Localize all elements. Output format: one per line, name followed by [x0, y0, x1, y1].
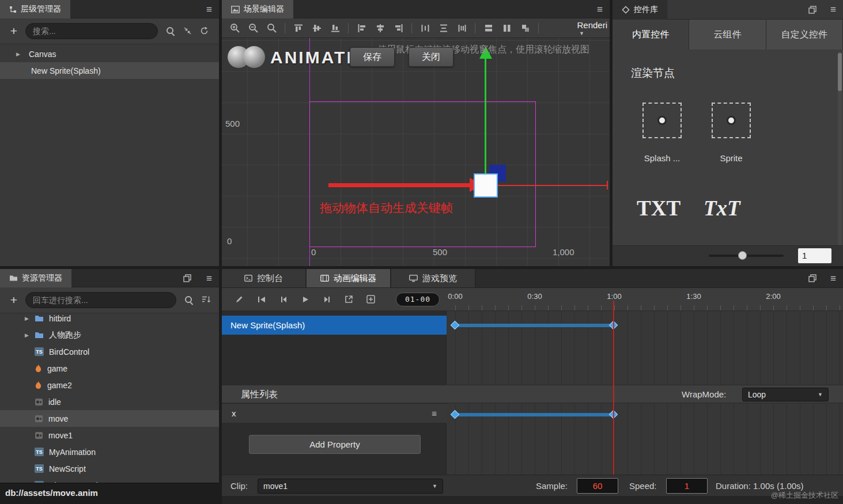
- dock-icon[interactable]: [183, 274, 191, 282]
- splash-widget-item[interactable]: [642, 103, 682, 138]
- match-width-icon[interactable]: [481, 21, 496, 35]
- zoom-in-icon[interactable]: [228, 21, 242, 35]
- sprite-node[interactable]: [474, 173, 498, 198]
- asset-item-label: BirdControl: [49, 347, 89, 357]
- match-height-icon[interactable]: [500, 21, 514, 35]
- play-icon[interactable]: [298, 293, 312, 306]
- clip-dropdown[interactable]: move1 ▼: [258, 479, 443, 494]
- asset-item-newscript[interactable]: TS NewScript: [0, 460, 219, 477]
- asset-item-move[interactable]: move: [0, 410, 219, 427]
- track-row-selected[interactable]: New Sprite(Splash): [222, 316, 447, 335]
- assets-tab[interactable]: 资源管理器: [0, 269, 71, 287]
- wrapmode-dropdown[interactable]: Loop ▼: [742, 388, 829, 401]
- tab-game-preview[interactable]: 游戏预览: [391, 269, 476, 287]
- sprite-widget-item[interactable]: [712, 103, 751, 138]
- bottom-menu-icon[interactable]: ≡: [830, 274, 836, 283]
- align-center-icon[interactable]: [373, 21, 387, 35]
- expand-arrow-icon[interactable]: ▶: [25, 316, 29, 321]
- hierarchy-search-input[interactable]: [25, 23, 158, 39]
- keyframe-diamond[interactable]: [451, 321, 460, 330]
- logo-circle: [243, 46, 265, 68]
- align-middle-icon[interactable]: [309, 21, 324, 35]
- expand-arrow-icon[interactable]: ▶: [16, 51, 20, 57]
- playhead-line[interactable]: [613, 301, 614, 475]
- zoom-slider-handle[interactable]: [738, 251, 747, 260]
- rendering-caret-icon[interactable]: ▼: [579, 31, 584, 36]
- tree-item-new-sprite[interactable]: New Sprite(Splash): [0, 62, 219, 79]
- asset-item-idle[interactable]: idle: [0, 393, 219, 410]
- tab-console[interactable]: 控制台: [222, 269, 307, 287]
- match-size-icon[interactable]: [518, 21, 532, 35]
- tab-custom-widgets[interactable]: 自定义控件: [766, 20, 843, 50]
- scene-menu-icon[interactable]: ≡: [597, 5, 603, 14]
- zoom-out-icon[interactable]: [246, 21, 260, 35]
- widget-library-panel: 控件库 ≡ 内置控件 云组件 自定义控件 渲染节点 Splash ... Spr…: [613, 0, 843, 266]
- add-keyframe-icon[interactable]: [364, 293, 378, 306]
- wrapmode-label: WrapMode:: [682, 389, 726, 399]
- widget-zoom-bar: 1: [613, 245, 843, 266]
- tree-item-canvas[interactable]: ▶ Canvas: [0, 46, 219, 62]
- speed-input[interactable]: [666, 478, 708, 494]
- align-left-icon[interactable]: [354, 21, 369, 35]
- asset-item-game[interactable]: game: [0, 360, 219, 377]
- add-node-button[interactable]: +: [7, 24, 21, 39]
- asset-item-move1[interactable]: move1: [0, 427, 219, 444]
- asset-item-playercontrol[interactable]: TS PlayerControl: [0, 477, 219, 483]
- asset-item-hitbird[interactable]: ▶ hitbird: [0, 313, 219, 327]
- rendering-dropdown[interactable]: Renderi: [577, 20, 607, 30]
- assets-search-input[interactable]: [25, 292, 176, 308]
- keyframe-diamond[interactable]: [451, 410, 460, 419]
- align-top-icon[interactable]: [291, 21, 305, 35]
- tab-animation-editor[interactable]: 动画编辑器: [307, 269, 391, 287]
- hierarchy-menu-icon[interactable]: ≡: [206, 5, 212, 14]
- open-external-icon[interactable]: [342, 293, 356, 306]
- scene-editor-tab[interactable]: 场景编辑器: [222, 0, 293, 18]
- dock-icon[interactable]: [808, 6, 816, 14]
- save-button[interactable]: 保存: [350, 47, 395, 67]
- search-icon[interactable]: [166, 26, 175, 36]
- label-widget-item[interactable]: TXT: [637, 196, 681, 221]
- asset-item-birdcontrol[interactable]: TS BirdControl: [0, 343, 219, 360]
- edit-animation-icon[interactable]: [232, 293, 247, 306]
- close-button[interactable]: 关闭: [409, 47, 453, 67]
- asset-item-myanimation[interactable]: TS MyAnimation: [0, 444, 219, 460]
- space-evenly-icon[interactable]: [455, 21, 469, 35]
- distribute-horizontal-icon[interactable]: [418, 21, 432, 35]
- hierarchy-tab[interactable]: 层级管理器: [0, 0, 70, 18]
- richtext-widget-item[interactable]: TxT: [704, 196, 740, 221]
- search-icon[interactable]: [184, 295, 194, 305]
- scrollbar-thumb[interactable]: [838, 53, 842, 91]
- rewind-to-start-icon[interactable]: [254, 293, 269, 306]
- bottom-tabbar: 控制台 动画编辑器 游戏预览 ≡: [222, 269, 843, 288]
- tab-builtin-widgets[interactable]: 内置控件: [613, 20, 689, 50]
- refresh-icon[interactable]: [200, 26, 209, 35]
- add-asset-button[interactable]: +: [7, 293, 21, 308]
- widget-library-menu-icon[interactable]: ≡: [830, 5, 836, 14]
- zoom-value-field[interactable]: 1: [798, 248, 831, 263]
- dock-icon[interactable]: [808, 274, 816, 282]
- current-frame-display[interactable]: 01-00: [396, 293, 440, 306]
- zoom-reset-icon[interactable]: [264, 21, 279, 35]
- scene-canvas[interactable]: 500 0 0 500 1,000 ANIMATE 使用鼠标左键拖拽移动视窗焦点…: [222, 38, 610, 266]
- keyframe-span[interactable]: [455, 413, 614, 416]
- align-bottom-icon[interactable]: [328, 21, 342, 35]
- asset-item-folder-run[interactable]: ▶ 人物跑步: [0, 327, 219, 343]
- distribute-vertical-icon[interactable]: [436, 21, 451, 35]
- keyframe-span[interactable]: [455, 324, 614, 327]
- property-row-x[interactable]: x ≡: [222, 404, 447, 423]
- assets-menu-icon[interactable]: ≡: [206, 274, 212, 283]
- add-property-button[interactable]: Add Property: [249, 435, 421, 454]
- sort-icon[interactable]: [202, 295, 211, 304]
- timeline-ruler[interactable]: 0:00 0:30 1:00 1:30 2:00: [447, 288, 843, 311]
- property-menu-icon[interactable]: ≡: [432, 409, 437, 418]
- align-right-icon[interactable]: [391, 21, 406, 35]
- sample-input[interactable]: [577, 478, 618, 494]
- expand-arrow-icon[interactable]: ▶: [25, 332, 29, 338]
- next-frame-icon[interactable]: [320, 293, 334, 306]
- previous-frame-icon[interactable]: [276, 293, 290, 306]
- widget-library-tab[interactable]: 控件库: [613, 0, 667, 20]
- asset-item-game2[interactable]: game2: [0, 377, 219, 393]
- asset-item-label: move1: [48, 431, 73, 440]
- tab-cloud-components[interactable]: 云组件: [689, 20, 766, 50]
- collapse-all-icon[interactable]: [183, 26, 192, 35]
